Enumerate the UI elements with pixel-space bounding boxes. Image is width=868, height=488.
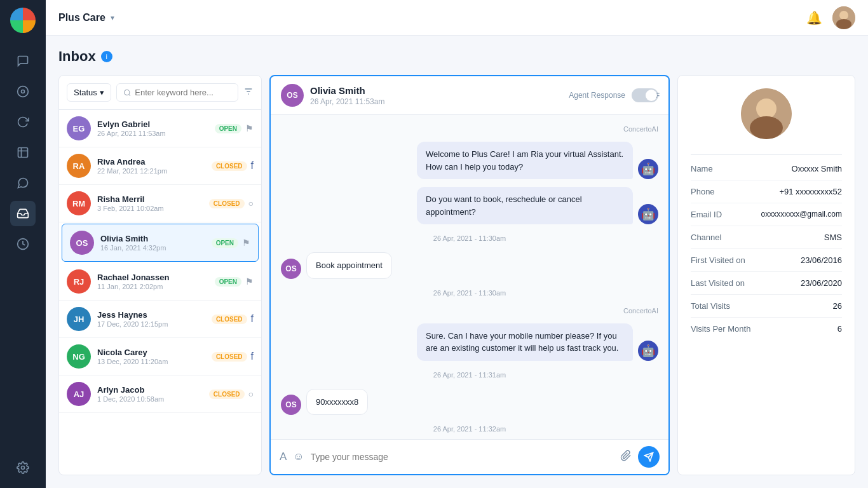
contact-field-first-visited: First Visited on 23/06/2016 (691, 249, 842, 272)
inbox-item-date: 11 Jan, 2021 2:02pm (97, 283, 208, 290)
inbox-item-right: OPEN ⚑ (212, 238, 250, 248)
chat-header-right: Agent Response OFF (569, 88, 658, 102)
inbox-item-right: CLOSED f (212, 351, 254, 362)
sidebar-item-schedule[interactable] (10, 231, 36, 257)
avatar: OS (70, 231, 94, 255)
contact-field-channel: Channel SMS (691, 226, 842, 249)
status-badge: CLOSED (209, 199, 245, 208)
message-bubble: Welcome to Plus Care! I am Ria your virt… (417, 142, 633, 179)
inbox-item-date: 1 Dec, 2020 10:58am (97, 395, 203, 403)
inbox-item-right: CLOSED ○ (209, 198, 254, 208)
main-area: Plus Care ▾ 🔔 Inbox i Status ▾ (46, 0, 868, 488)
chat-message: OS 90xxxxxxx8 (281, 389, 658, 416)
contact-name-value: Oxxxxx Smith (792, 164, 842, 173)
search-input[interactable] (135, 88, 231, 97)
list-item[interactable]: OS Olivia Smith 16 Jan, 2021 4:32pm OPEN… (62, 224, 259, 262)
inbox-item-date: 13 Dec, 2020 11:20am (97, 358, 205, 365)
chat-contact-name: Olivia Smith (310, 85, 384, 96)
chat-message: Do you want to book, reschedule or cance… (281, 187, 658, 224)
chat-contact-date: 26 Apr, 2021 11:53am (310, 97, 384, 106)
message-input[interactable] (311, 452, 614, 462)
emoji-icon[interactable]: ☺ (293, 451, 304, 463)
contact-visits-per-month-label: Visits Per Month (691, 324, 750, 334)
filter-icon[interactable] (243, 86, 254, 98)
info-badge[interactable]: i (101, 51, 112, 62)
status-filter-button[interactable]: Status ▾ (67, 83, 111, 102)
contact-channel-value: SMS (824, 233, 842, 242)
chat-contact-avatar: OS (281, 84, 304, 107)
contact-channel-label: Channel (691, 233, 721, 242)
page-title: Inbox (58, 48, 96, 65)
agent-response-label: Agent Response (569, 91, 625, 100)
inbox-list: EG Evlyn Gabriel 26 Apr, 2021 11:53am OP… (59, 110, 261, 475)
chat-message: Welcome to Plus Care! I am Ria your virt… (281, 142, 658, 179)
send-button[interactable] (638, 446, 660, 468)
status-badge: OPEN (215, 277, 241, 287)
avatar: RM (67, 191, 91, 215)
text-format-icon[interactable]: A (280, 451, 287, 463)
message-source-label: ConcertoAI (281, 307, 658, 315)
inbox-item-name: Arlyn Jacob (97, 385, 203, 395)
inbox-item-right: OPEN ⚑ (215, 123, 254, 133)
search-icon (123, 88, 131, 97)
agent-response-toggle[interactable]: OFF (632, 88, 658, 102)
contact-visits-per-month-value: 6 (837, 324, 842, 334)
channel-icon: ○ (248, 198, 254, 208)
sidebar-item-messages[interactable] (10, 170, 36, 196)
message-source-label: ConcertoAI (281, 125, 658, 133)
chat-message: OS Book appointment (281, 252, 658, 279)
chat-header-left: OS Olivia Smith 26 Apr, 2021 11:53am (281, 84, 384, 107)
sidebar-item-refresh[interactable] (10, 109, 36, 135)
channel-icon: ⚑ (242, 238, 250, 248)
workspace-selector[interactable]: Plus Care ▾ (58, 12, 114, 24)
svg-point-15 (756, 98, 776, 119)
list-item[interactable]: RJ Rachael Jonassen 11 Jan, 2021 2:02pm … (59, 263, 261, 301)
list-item[interactable]: AJ Arlyn Jacob 1 Dec, 2020 10:58am CLOSE… (59, 376, 261, 413)
notification-bell-icon[interactable]: 🔔 (806, 10, 822, 25)
user-avatar-chat: OS (281, 395, 301, 415)
list-item[interactable]: EG Evlyn Gabriel 26 Apr, 2021 11:53am OP… (59, 110, 261, 147)
chat-panel: OS Olivia Smith 26 Apr, 2021 11:53am Age… (269, 75, 670, 475)
svg-point-0 (18, 86, 29, 97)
chat-header: OS Olivia Smith 26 Apr, 2021 11:53am Age… (271, 76, 668, 115)
message-bubble: Do you want to book, reschedule or cance… (417, 187, 633, 224)
list-item[interactable]: JH Jess Haynes 17 Dec, 2020 12:15pm CLOS… (59, 301, 261, 338)
inbox-item-right: CLOSED f (212, 160, 254, 172)
contact-email-value: oxxxxxxxxx@gmail.com (761, 210, 842, 219)
status-label: Status (74, 88, 97, 97)
contact-last-visited-label: Last Visited on (691, 278, 745, 288)
inbox-item-name: Olivia Smith (100, 234, 205, 243)
sidebar-item-settings[interactable] (10, 455, 36, 480)
svg-point-5 (839, 11, 848, 20)
list-item[interactable]: NG Nicola Carey 13 Dec, 2020 11:20am CLO… (59, 338, 261, 376)
status-chevron-icon: ▾ (100, 88, 104, 97)
page-title-row: Inbox i (58, 48, 855, 65)
inbox-toolbar: Status ▾ (59, 76, 261, 110)
inbox-item-info: Evlyn Gabriel 26 Apr, 2021 11:53am (97, 119, 208, 137)
contact-field-visits-per-month: Visits Per Month 6 (691, 318, 842, 340)
sidebar-item-chats[interactable] (10, 48, 36, 74)
svg-line-8 (129, 94, 130, 95)
inbox-item-date: 3 Feb, 2021 10:02am (97, 205, 203, 212)
app-header: Plus Care ▾ 🔔 (46, 0, 868, 36)
inbox-item-info: Olivia Smith 16 Jan, 2021 4:32pm (100, 234, 205, 252)
contact-details-table: Name Oxxxxx Smith Phone +91 xxxxxxxxx52 … (691, 158, 842, 340)
sidebar-item-reports[interactable] (10, 79, 36, 104)
sidebar-item-lab[interactable] (10, 140, 36, 165)
attachment-icon[interactable] (620, 450, 632, 464)
list-item[interactable]: RA Riva Andrea 22 Mar, 2021 12:21pm CLOS… (59, 147, 261, 185)
list-item[interactable]: RM Risha Merril 3 Feb, 2021 10:02am CLOS… (59, 185, 261, 222)
chat-input-icons: A ☺ (280, 451, 304, 463)
inbox-item-name: Jess Haynes (97, 310, 205, 320)
inbox-list-panel: Status ▾ EG Ev (58, 75, 262, 475)
user-avatar[interactable] (832, 6, 855, 29)
svg-point-3 (22, 466, 25, 470)
bot-avatar: 🤖 (638, 204, 658, 224)
svg-point-1 (22, 90, 25, 93)
channel-icon: f (251, 351, 254, 362)
contact-phone-label: Phone (691, 187, 715, 196)
channel-icon: ○ (248, 389, 254, 399)
sidebar-item-inbox[interactable] (10, 201, 36, 226)
status-badge: CLOSED (209, 390, 245, 399)
app-logo[interactable] (10, 8, 36, 33)
